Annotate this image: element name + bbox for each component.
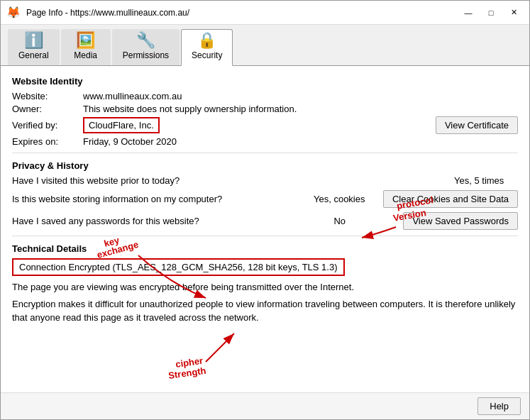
tabs-bar: ℹ️ General 🖼️ Media 🔧 Permissions 🔒 Secu… <box>1 25 529 66</box>
media-icon: 🖼️ <box>76 33 95 48</box>
view-certificate-button[interactable]: View Certificate <box>436 116 518 134</box>
owner-label: Owner: <box>12 104 83 114</box>
window-controls: — □ ✕ <box>458 5 524 21</box>
connection-text: Connection Encrypted (TLS_AES_128_GCM_SH… <box>19 262 338 272</box>
tab-media[interactable]: 🖼️ Media <box>61 29 111 65</box>
maximize-button[interactable]: □ <box>481 5 501 21</box>
privacy-question-2: Have I saved any passwords for this webs… <box>12 216 328 226</box>
website-identity-title: Website Identity <box>12 76 518 87</box>
tech-desc-2: Encryption makes it difficult for unauth… <box>12 297 518 325</box>
close-button[interactable]: ✕ <box>504 5 524 21</box>
clear-cookies-button[interactable]: Clear Cookies and Site Data <box>383 190 518 208</box>
privacy-question-0: Have I visited this website prior to tod… <box>12 175 448 186</box>
connection-box: Connection Encrypted (TLS_AES_128_GCM_SH… <box>12 258 345 276</box>
privacy-title: Privacy & History <box>12 160 518 171</box>
expires-label: Expires on: <box>12 136 83 147</box>
divider-1 <box>12 153 518 153</box>
owner-value: This website does not supply ownership i… <box>83 104 518 114</box>
privacy-row-1: Is this website storing information on m… <box>12 190 518 208</box>
window-title: Page Info - https://www.mullineaux.com.a… <box>26 8 453 18</box>
privacy-row-2: Have I saved any passwords for this webs… <box>12 212 518 230</box>
verified-row: Verified by: CloudFlare, Inc. View Certi… <box>12 116 518 134</box>
tab-security[interactable]: 🔒 Security <box>181 29 233 66</box>
privacy-answer-0: Yes, 5 times <box>454 175 518 186</box>
tab-security-label: Security <box>192 50 222 60</box>
website-row: Website: www.mullineaux.com.au <box>12 91 518 101</box>
technical-section: Technical Details Connection Encrypted (… <box>12 243 518 325</box>
expires-row: Expires on: Friday, 9 October 2020 <box>12 136 518 147</box>
tech-desc-1: The page you are viewing was encrypted b… <box>12 280 518 294</box>
view-saved-passwords-button[interactable]: View Saved Passwords <box>403 212 518 230</box>
technical-title: Technical Details <box>12 243 518 254</box>
website-label: Website: <box>12 91 83 101</box>
verified-label: Verified by: <box>12 120 83 131</box>
privacy-answer-2: No <box>333 216 397 226</box>
tab-permissions-label: Permissions <box>123 50 169 60</box>
help-button[interactable]: Help <box>477 397 521 415</box>
content-area: Website Identity Website: www.mullineaux… <box>1 66 529 392</box>
owner-row: Owner: This website does not supply owne… <box>12 104 518 114</box>
footer-bar: Help <box>1 392 529 419</box>
verified-box: CloudFlare, Inc. <box>83 117 160 133</box>
minimize-button[interactable]: — <box>458 5 478 21</box>
firefox-icon: 🦊 <box>6 6 21 19</box>
privacy-row-0: Have I visited this website prior to tod… <box>12 175 518 186</box>
verified-value: CloudFlare, Inc. <box>89 120 154 131</box>
divider-2 <box>12 236 518 236</box>
expires-value: Friday, 9 October 2020 <box>83 136 518 147</box>
website-value: www.mullineaux.com.au <box>83 91 518 101</box>
security-icon: 🔒 <box>197 33 216 48</box>
permissions-icon: 🔧 <box>136 33 155 48</box>
general-icon: ℹ️ <box>24 33 43 48</box>
privacy-section: Privacy & History Have I visited this we… <box>12 160 518 230</box>
privacy-question-1: Is this website storing information on m… <box>12 194 308 204</box>
tab-general[interactable]: ℹ️ General <box>8 29 60 65</box>
tab-media-label: Media <box>74 50 97 60</box>
privacy-answer-1: Yes, cookies <box>314 194 377 204</box>
title-bar: 🦊 Page Info - https://www.mullineaux.com… <box>1 1 529 25</box>
tab-general-label: General <box>18 50 49 60</box>
tab-permissions[interactable]: 🔧 Permissions <box>112 29 180 65</box>
